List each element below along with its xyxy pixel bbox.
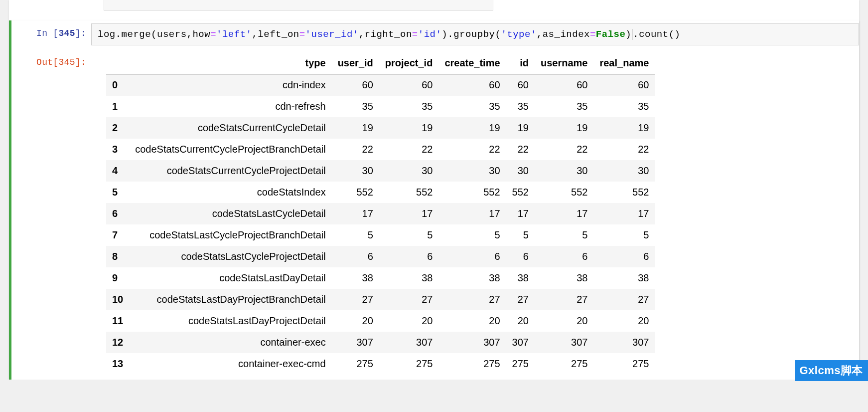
cell-type: cdn-index — [129, 74, 331, 96]
code-token: .count() — [633, 29, 680, 40]
cell-real_name: 27 — [593, 289, 655, 310]
out-prefix: Out[ — [36, 57, 58, 67]
cell-real_name: 17 — [593, 203, 655, 224]
col-header-type: type — [129, 52, 331, 74]
cell-user_id: 552 — [332, 182, 379, 203]
row-index: 11 — [106, 310, 129, 332]
code-op: = — [590, 29, 596, 40]
dataframe-table: type user_id project_id create_time id u… — [106, 52, 655, 375]
cell-user_id: 6 — [332, 246, 379, 267]
table-row: 8codeStatsLastCycleProjectDetail666666 — [106, 246, 655, 267]
cell-user_id: 20 — [332, 310, 379, 332]
cell-type: container-exec — [129, 332, 331, 353]
cell-user_id: 30 — [332, 160, 379, 182]
in-prefix: In [ — [36, 28, 58, 38]
cell-create_time: 20 — [438, 310, 506, 332]
row-index: 4 — [106, 160, 129, 182]
table-row: 7codeStatsLastCycleProjectBranchDetail55… — [106, 224, 655, 246]
code-str: 'user_id' — [305, 29, 359, 40]
cell-user_id: 307 — [332, 332, 379, 353]
cell-project_id: 30 — [379, 160, 439, 182]
cell-real_name: 60 — [593, 74, 655, 96]
out-num: 345 — [58, 57, 75, 67]
row-index: 5 — [106, 182, 129, 203]
code-token: ) — [625, 29, 631, 40]
cell-real_name: 38 — [593, 267, 655, 289]
cell-project_id: 5 — [379, 224, 439, 246]
cell-project_id: 6 — [379, 246, 439, 267]
cell-create_time: 60 — [438, 74, 506, 96]
cell-type: codeStatsLastDayProjectBranchDetail — [129, 289, 331, 310]
cell-username: 6 — [535, 246, 594, 267]
cell-real_name: 22 — [593, 139, 655, 160]
header-row: type user_id project_id create_time id u… — [106, 52, 655, 74]
cell-create_time: 307 — [438, 332, 506, 353]
cell-username: 20 — [535, 310, 594, 332]
table-row: 13container-exec-cmd275275275275275275 — [106, 353, 655, 375]
cell-id: 35 — [506, 96, 535, 117]
cell-real_name: 35 — [593, 96, 655, 117]
cell-project_id: 35 — [379, 96, 439, 117]
cell-project_id: 552 — [379, 182, 439, 203]
cell-id: 307 — [506, 332, 535, 353]
row-index: 13 — [106, 353, 129, 375]
notebook-cell: In [345]: log.merge(users,how='left',lef… — [9, 20, 859, 380]
row-index: 12 — [106, 332, 129, 353]
col-header-username: username — [535, 52, 594, 74]
cell-real_name: 19 — [593, 117, 655, 139]
cell-id: 17 — [506, 203, 535, 224]
cell-create_time: 22 — [438, 139, 506, 160]
cell-username: 5 — [535, 224, 594, 246]
row-index: 3 — [106, 139, 129, 160]
cell-type: codeStatsLastCycleDetail — [129, 203, 331, 224]
in-suffix: ]: — [75, 28, 86, 38]
table-row: 9codeStatsLastDayDetail383838383838 — [106, 267, 655, 289]
output-row: Out[345]: type user_id project_id create… — [11, 52, 859, 375]
previous-cell-input[interactable] — [104, 0, 493, 10]
code-str: 'type' — [501, 29, 536, 40]
cell-user_id: 5 — [332, 224, 379, 246]
code-token: ).groupby( — [441, 29, 501, 40]
table-row: 6codeStatsLastCycleDetail171717171717 — [106, 203, 655, 224]
cell-id: 552 — [506, 182, 535, 203]
cell-username: 275 — [535, 353, 594, 375]
col-header-real_name: real_name — [593, 52, 655, 74]
cell-real_name: 307 — [593, 332, 655, 353]
cell-project_id: 27 — [379, 289, 439, 310]
code-str: 'id' — [418, 29, 442, 40]
cell-type: codeStatsLastCycleProjectDetail — [129, 246, 331, 267]
cell-username: 552 — [535, 182, 594, 203]
col-header-project_id: project_id — [379, 52, 439, 74]
code-kw: False — [596, 29, 626, 40]
input-prompt: In [345]: — [11, 23, 86, 38]
cell-type: codeStatsLastDayDetail — [129, 267, 331, 289]
cell-id: 30 — [506, 160, 535, 182]
row-index: 2 — [106, 117, 129, 139]
table-row: 4codeStatsCurrentCycleProjectDetail30303… — [106, 160, 655, 182]
cell-username: 35 — [535, 96, 594, 117]
cell-real_name: 30 — [593, 160, 655, 182]
cell-real_name: 5 — [593, 224, 655, 246]
output-prompt: Out[345]: — [11, 52, 86, 67]
table-row: 2codeStatsCurrentCycleDetail191919191919 — [106, 117, 655, 139]
code-token: ,left_on — [252, 29, 299, 40]
cell-username: 307 — [535, 332, 594, 353]
input-row: In [345]: log.merge(users,how='left',lef… — [11, 23, 859, 45]
cell-username: 38 — [535, 267, 594, 289]
in-num: 345 — [58, 28, 75, 38]
cell-id: 60 — [506, 74, 535, 96]
table-row: 1cdn-refresh353535353535 — [106, 96, 655, 117]
cell-real_name: 552 — [593, 182, 655, 203]
col-header-user_id: user_id — [332, 52, 379, 74]
row-index: 1 — [106, 96, 129, 117]
code-input[interactable]: log.merge(users,how='left',left_on='user… — [91, 23, 859, 45]
cell-create_time: 38 — [438, 267, 506, 289]
cell-user_id: 17 — [332, 203, 379, 224]
cell-user_id: 275 — [332, 353, 379, 375]
cell-id: 20 — [506, 310, 535, 332]
cell-username: 19 — [535, 117, 594, 139]
cell-id: 19 — [506, 117, 535, 139]
cell-create_time: 275 — [438, 353, 506, 375]
cell-create_time: 17 — [438, 203, 506, 224]
row-index: 0 — [106, 74, 129, 96]
